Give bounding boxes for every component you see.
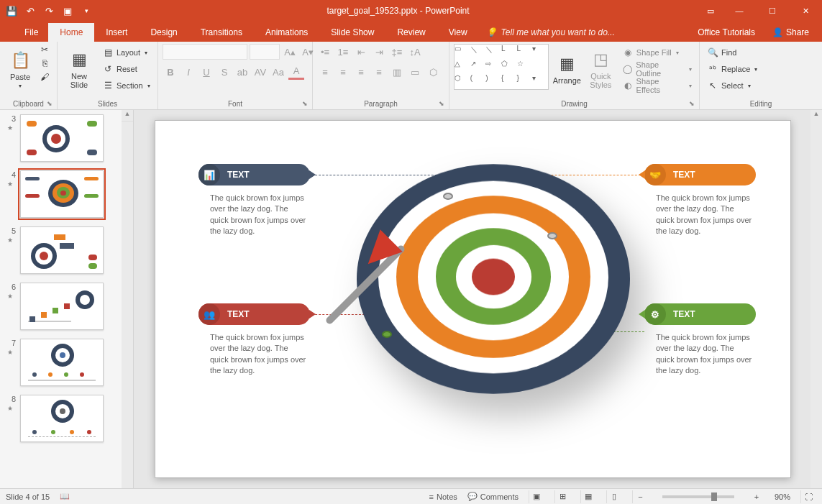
replace-button[interactable]: ᵃᵇReplace▾ — [704, 62, 760, 76]
scroll-up-icon[interactable]: ▲ — [122, 110, 133, 122]
format-painter-icon[interactable]: 🖌 — [39, 71, 50, 83]
font-size-select[interactable] — [250, 44, 280, 60]
arrange-button[interactable]: ▦ Arrange — [552, 44, 583, 94]
slide-sorter-view-icon[interactable]: ⊞ — [554, 490, 570, 503]
font-dialog-launcher[interactable]: ⬊ — [302, 100, 308, 107]
underline-button[interactable]: U — [198, 64, 214, 80]
scroll-up-icon[interactable]: ▲ — [810, 110, 822, 122]
minimize-button[interactable]: — — [723, 0, 756, 22]
numbering-icon[interactable]: 1≡ — [335, 44, 351, 60]
slide-thumbnail-7[interactable]: 7★ — [0, 334, 133, 390]
tab-review[interactable]: Review — [385, 23, 437, 42]
bullets-icon[interactable]: •≡ — [317, 44, 333, 60]
notes-button[interactable]: ≡Notes — [429, 492, 457, 501]
align-left-icon[interactable]: ≡ — [317, 64, 333, 80]
slideshow-view-icon[interactable]: ▯ — [606, 490, 622, 503]
find-button[interactable]: 🔍Find — [704, 45, 760, 60]
slide-thumbnail-3[interactable]: 3★ — [0, 110, 133, 166]
slide-counter[interactable]: Slide 4 of 15 — [6, 492, 50, 501]
tab-slideshow[interactable]: Slide Show — [319, 23, 385, 42]
tell-me-search[interactable]: 💡 Tell me what you want to do... — [479, 23, 622, 42]
save-icon[interactable]: 💾 — [6, 5, 17, 17]
shape-outline-button[interactable]: ◯Shape Outline▾ — [619, 62, 695, 76]
smartart-convert-icon[interactable]: ⬡ — [425, 64, 441, 80]
zoom-level[interactable]: 90% — [775, 492, 790, 501]
reading-view-icon[interactable]: ▦ — [580, 490, 596, 503]
slide-thumbnail-pane[interactable]: ▲ 3★ 4★ — [0, 110, 134, 488]
paragraph-dialog-launcher[interactable]: ⬊ — [439, 100, 444, 107]
bold-button[interactable]: B — [163, 64, 178, 80]
align-center-icon[interactable]: ≡ — [335, 64, 351, 80]
zoom-slider[interactable] — [662, 495, 734, 498]
vertical-scrollbar[interactable]: ▲ — [810, 110, 822, 488]
text-shadow-button[interactable]: ab — [234, 64, 250, 80]
section-button[interactable]: ☰Section▾ — [99, 78, 153, 93]
tab-home[interactable]: Home — [48, 23, 94, 42]
reset-button[interactable]: ↺Reset — [99, 62, 153, 76]
slide-thumbnail-4[interactable]: 4★ — [0, 166, 133, 222]
slide-thumbnail-5[interactable]: 5★ — [0, 222, 133, 278]
ribbon-display-options-icon[interactable]: ▭ — [698, 0, 723, 22]
select-button[interactable]: ↖Select▾ — [704, 78, 760, 93]
decrease-indent-icon[interactable]: ⇤ — [353, 44, 369, 60]
tab-view[interactable]: View — [437, 23, 479, 42]
callout-bottom-right[interactable]: ⚙TEXT The quick brown fox jumps over the… — [644, 303, 756, 377]
callout-top-right[interactable]: 🤝TEXT The quick brown fox jumps over the… — [644, 164, 756, 237]
dart-hole — [547, 232, 557, 239]
redo-icon[interactable]: ↷ — [43, 5, 55, 17]
comments-button[interactable]: 💬Comments — [467, 492, 519, 501]
justify-icon[interactable]: ≡ — [371, 64, 387, 80]
maximize-button[interactable]: ☐ — [756, 0, 789, 22]
zoom-out-button[interactable]: − — [632, 490, 648, 503]
target-graphic[interactable] — [357, 157, 630, 430]
callout-bottom-left[interactable]: 👥TEXT The quick brown fox jumps over the… — [198, 303, 310, 377]
spell-check-icon[interactable]: 📖 — [60, 492, 70, 501]
slide-thumbnail-8[interactable]: 8★ — [0, 390, 133, 446]
callout-top-left[interactable]: 📊TEXT The quick brown fox jumps over the… — [198, 164, 310, 237]
tab-design[interactable]: Design — [139, 23, 188, 42]
clipboard-dialog-launcher[interactable]: ⬊ — [47, 100, 52, 107]
columns-icon[interactable]: ▥ — [389, 64, 405, 80]
increase-font-icon[interactable]: A▴ — [282, 44, 298, 60]
fit-to-window-icon[interactable]: ⛶ — [800, 490, 816, 503]
tab-office-tutorials[interactable]: Office Tutorials — [689, 23, 764, 42]
close-button[interactable]: ✕ — [789, 0, 822, 22]
slide-edit-area[interactable]: ▲ — [134, 110, 822, 488]
drawing-dialog-launcher[interactable]: ⬊ — [689, 100, 695, 107]
shapes-gallery[interactable]: ▭＼＼LL▾ △↗⇨⬠☆ ⬡(){}▾ — [454, 44, 549, 90]
tab-animations[interactable]: Animations — [254, 23, 319, 42]
undo-icon[interactable]: ↶ — [24, 5, 36, 17]
text-direction-icon[interactable]: ↕A — [407, 44, 423, 60]
align-right-icon[interactable]: ≡ — [353, 64, 369, 80]
layout-button[interactable]: ▤Layout▾ — [99, 45, 153, 60]
copy-icon[interactable]: ⎘ — [39, 58, 50, 69]
character-spacing-icon[interactable]: AV — [252, 64, 268, 80]
paste-button[interactable]: 📋 Paste ▾ — [4, 44, 36, 94]
tab-transitions[interactable]: Transitions — [189, 23, 254, 42]
new-slide-button[interactable]: ▦ New Slide — [62, 44, 96, 94]
zoom-in-button[interactable]: + — [749, 490, 764, 503]
decrease-font-icon[interactable]: A▾ — [300, 44, 316, 60]
slide-thumbnail-6[interactable]: 6★ — [0, 278, 133, 334]
tab-insert[interactable]: Insert — [94, 23, 139, 42]
thumbnail-scrollbar[interactable]: ▲ — [122, 110, 133, 488]
callout-body: The quick brown fox jumps over the lazy … — [198, 193, 310, 237]
change-case-icon[interactable]: Aa — [270, 64, 286, 80]
normal-view-icon[interactable]: ▣ — [529, 490, 544, 503]
line-spacing-icon[interactable]: ‡≡ — [389, 44, 405, 60]
qat-customize-icon[interactable]: ▾ — [81, 5, 92, 17]
strikethrough-button[interactable]: S — [216, 64, 232, 80]
quick-styles-button[interactable]: ◳ Quick Styles — [585, 44, 616, 94]
increase-indent-icon[interactable]: ⇥ — [371, 44, 387, 60]
share-button[interactable]: 👤 Share — [764, 23, 818, 42]
slide-canvas[interactable]: 📊TEXT The quick brown fox jumps over the… — [155, 120, 791, 478]
font-color-icon[interactable]: A — [288, 64, 304, 80]
align-text-icon[interactable]: ▭ — [407, 64, 423, 80]
italic-button[interactable]: I — [181, 64, 196, 80]
font-family-select[interactable] — [163, 44, 247, 60]
cut-icon[interactable]: ✂ — [39, 44, 50, 55]
tab-file[interactable]: File — [14, 23, 48, 42]
start-from-beginning-icon[interactable]: ▣ — [62, 5, 73, 17]
shape-fill-button[interactable]: ◉Shape Fill▾ — [619, 45, 695, 60]
shape-effects-button[interactable]: ◐Shape Effects▾ — [619, 78, 695, 93]
